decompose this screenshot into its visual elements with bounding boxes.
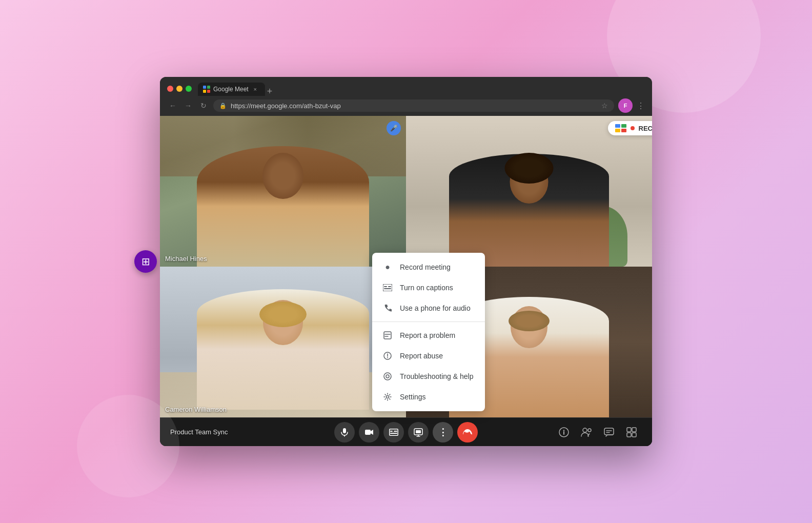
- window-controls: [167, 86, 192, 92]
- menu-item-troubleshoot[interactable]: Troubleshooting & help: [372, 366, 485, 387]
- participant-name-cameron: Cameron Williamson: [165, 406, 227, 413]
- svg-rect-3: [207, 90, 210, 93]
- meet-content: Michael Hines 🎤 Jada Smith: [160, 116, 652, 446]
- menu-item-captions[interactable]: Turn on captions: [372, 277, 485, 298]
- svg-rect-7: [384, 288, 391, 289]
- svg-rect-4: [383, 284, 392, 291]
- rec-dot: [631, 126, 635, 130]
- svg-rect-18: [390, 429, 398, 435]
- captions-icon: [382, 283, 393, 293]
- problem-icon: [382, 330, 393, 340]
- svg-rect-36: [615, 124, 620, 128]
- gmeet-favicon: [203, 86, 210, 93]
- record-icon: ●: [382, 262, 393, 272]
- svg-rect-1: [207, 86, 210, 89]
- address-bar[interactable]: 🔒 https://meet.google.com/ath-bzut-vap ☆: [213, 99, 614, 112]
- new-tab-button[interactable]: +: [267, 87, 273, 96]
- svg-rect-21: [390, 433, 397, 434]
- video-tile-jada: Jada Smith: [406, 116, 652, 267]
- svg-rect-29: [604, 428, 614, 435]
- svg-rect-35: [632, 433, 636, 437]
- video-tile-michael: Michael Hines 🎤: [160, 116, 406, 267]
- phone-icon: [382, 303, 393, 313]
- forward-button[interactable]: →: [182, 100, 194, 111]
- svg-rect-32: [627, 428, 631, 432]
- bookmark-icon[interactable]: ☆: [601, 102, 608, 110]
- meeting-name: Product Team Sync: [170, 428, 228, 436]
- back-button[interactable]: ←: [167, 100, 178, 111]
- menu-divider: [372, 321, 485, 322]
- svg-point-11: [387, 357, 388, 358]
- toolbar-center: ⋮: [334, 422, 478, 442]
- minimize-button[interactable]: [176, 86, 182, 92]
- menu-label-captions: Turn on captions: [400, 284, 453, 292]
- menu-label-phone: Use a phone for audio: [400, 304, 471, 312]
- rec-label: REC: [639, 125, 652, 132]
- svg-rect-23: [416, 430, 421, 433]
- chrome-menu-button[interactable]: ⋮: [637, 101, 645, 111]
- activities-button[interactable]: [623, 424, 640, 440]
- toolbar-left: Product Team Sync: [170, 428, 228, 436]
- close-button[interactable]: [167, 86, 173, 92]
- svg-rect-39: [621, 129, 626, 132]
- abuse-icon: [382, 351, 393, 361]
- menu-label-troubleshoot: Troubleshooting & help: [400, 372, 473, 380]
- chat-button[interactable]: [601, 424, 617, 440]
- svg-rect-8: [384, 332, 391, 339]
- menu-item-settings[interactable]: Settings: [372, 387, 485, 407]
- present-button[interactable]: [408, 422, 429, 442]
- info-button[interactable]: [556, 424, 572, 440]
- svg-point-13: [386, 375, 389, 378]
- refresh-button[interactable]: ↻: [198, 100, 209, 111]
- end-call-button[interactable]: [457, 422, 478, 442]
- svg-point-27: [583, 428, 587, 432]
- captions-button[interactable]: [383, 422, 404, 442]
- svg-point-12: [384, 373, 391, 380]
- menu-label-record: Record meeting: [400, 263, 451, 271]
- dropdown-menu: ● Record meeting Turn on captions: [372, 253, 485, 411]
- profile-button[interactable]: F: [618, 98, 633, 113]
- menu-label-settings: Settings: [400, 393, 426, 401]
- svg-rect-20: [394, 431, 397, 432]
- menu-item-record[interactable]: ● Record meeting: [372, 257, 485, 277]
- rec-badge: REC: [608, 121, 652, 135]
- participant-name-michael: Michael Hines: [165, 255, 207, 263]
- svg-rect-17: [365, 430, 371, 435]
- sidebar-app-icon[interactable]: ⊞: [134, 250, 157, 273]
- svg-rect-33: [632, 428, 636, 432]
- svg-point-14: [387, 396, 389, 398]
- svg-rect-19: [390, 431, 393, 432]
- settings-icon: [382, 392, 393, 402]
- video-tile-cameron: Cameron Williamson: [160, 267, 406, 417]
- svg-rect-34: [627, 433, 631, 437]
- svg-rect-0: [203, 86, 206, 89]
- mic-indicator-michael: 🎤: [387, 121, 401, 135]
- address-text: https://meet.google.com/ath-bzut-vap: [231, 102, 597, 110]
- svg-rect-5: [384, 286, 387, 287]
- more-options-button[interactable]: ⋮: [433, 422, 453, 442]
- svg-rect-2: [203, 90, 206, 93]
- svg-rect-37: [621, 124, 626, 128]
- toolbar-right: [556, 424, 640, 440]
- people-button[interactable]: [578, 424, 595, 440]
- svg-rect-38: [615, 129, 620, 132]
- tab-title: Google Meet: [213, 86, 249, 93]
- tab-close-button[interactable]: ×: [252, 86, 259, 93]
- troubleshoot-icon: [382, 371, 393, 381]
- maximize-button[interactable]: [186, 86, 192, 92]
- svg-rect-15: [343, 428, 346, 433]
- camera-button[interactable]: [359, 422, 379, 442]
- microphone-button[interactable]: [334, 422, 355, 442]
- menu-item-problem[interactable]: Report a problem: [372, 325, 485, 346]
- svg-rect-6: [388, 286, 391, 287]
- menu-item-phone[interactable]: Use a phone for audio: [372, 298, 485, 318]
- svg-point-28: [588, 429, 591, 432]
- menu-item-abuse[interactable]: Report abuse: [372, 346, 485, 366]
- browser-chrome: Google Meet × + ← → ↻ 🔒 https://meet.goo…: [160, 77, 652, 116]
- browser-tab-meet[interactable]: Google Meet ×: [198, 83, 265, 96]
- google-icon: [615, 124, 626, 132]
- menu-label-abuse: Report abuse: [400, 352, 443, 360]
- lock-icon: 🔒: [219, 103, 227, 109]
- meet-toolbar: Product Team Sync: [160, 417, 652, 446]
- svg-point-26: [563, 430, 564, 431]
